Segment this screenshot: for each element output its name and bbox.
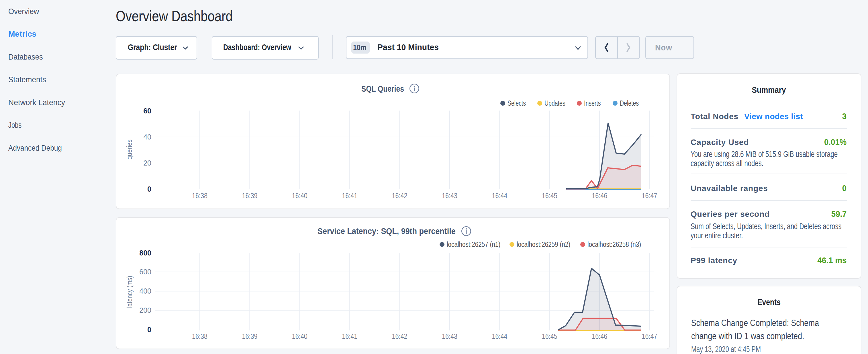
svg-text:16:44: 16:44 — [492, 192, 507, 200]
svg-text:16:38: 16:38 — [192, 192, 208, 200]
svg-text:16:43: 16:43 — [442, 192, 457, 200]
svg-text:16:38: 16:38 — [192, 332, 208, 340]
svg-text:16:40: 16:40 — [292, 192, 308, 200]
svg-text:queries: queries — [125, 139, 133, 160]
svg-text:16:47: 16:47 — [642, 192, 657, 200]
svg-text:16:41: 16:41 — [342, 192, 358, 200]
svg-text:20: 20 — [143, 159, 151, 167]
svg-text:16:44: 16:44 — [492, 332, 507, 340]
svg-text:16:43: 16:43 — [442, 332, 457, 340]
svg-text:200: 200 — [139, 306, 151, 314]
svg-text:16:47: 16:47 — [642, 332, 657, 340]
svg-text:400: 400 — [139, 287, 151, 295]
svg-text:16:46: 16:46 — [592, 192, 607, 200]
svg-text:40: 40 — [143, 133, 151, 141]
svg-text:16:39: 16:39 — [242, 332, 257, 340]
svg-text:600: 600 — [139, 268, 151, 276]
svg-text:16:42: 16:42 — [392, 192, 407, 200]
svg-text:16:39: 16:39 — [242, 192, 257, 200]
svg-text:latency (ms): latency (ms) — [125, 276, 133, 308]
svg-text:800: 800 — [139, 249, 151, 257]
svg-text:0: 0 — [147, 185, 151, 193]
svg-text:16:46: 16:46 — [592, 332, 607, 340]
svg-text:60: 60 — [143, 107, 151, 115]
svg-text:16:45: 16:45 — [542, 332, 557, 340]
svg-text:16:41: 16:41 — [342, 332, 358, 340]
svg-text:16:40: 16:40 — [292, 332, 308, 340]
svg-text:16:42: 16:42 — [392, 332, 407, 340]
svg-text:0: 0 — [147, 326, 151, 334]
svg-text:16:45: 16:45 — [542, 192, 557, 200]
